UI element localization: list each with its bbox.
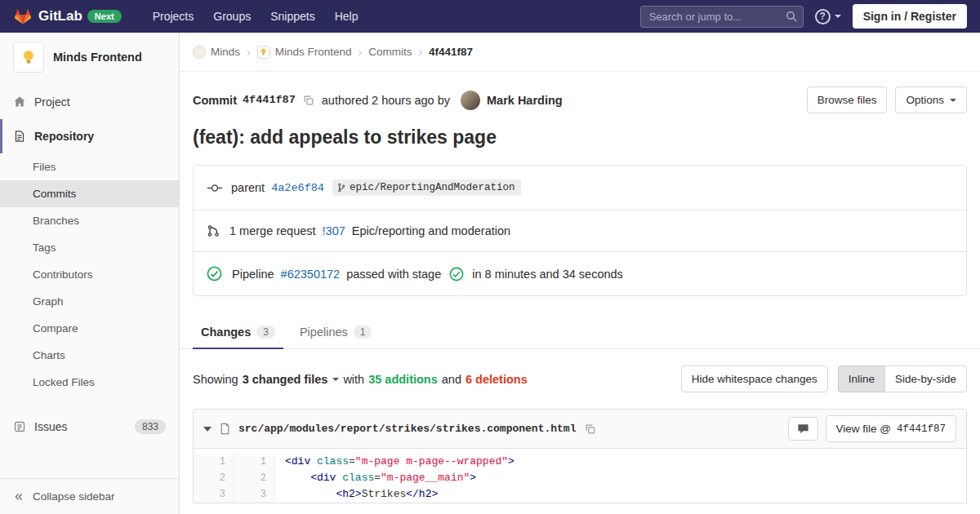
search-input[interactable] xyxy=(640,6,804,28)
project-context[interactable]: Minds Frontend xyxy=(0,33,179,85)
stage-status-icon[interactable] xyxy=(449,267,464,281)
new-line-number[interactable]: 2 xyxy=(234,470,275,486)
diff-file-header: src/app/modules/report/strikes/strikes.c… xyxy=(194,410,966,449)
search-icon[interactable] xyxy=(785,10,798,25)
toggle-comments-button[interactable] xyxy=(788,417,818,441)
copy-sha-button[interactable] xyxy=(301,93,316,108)
sidebar-item-repository[interactable]: Repository xyxy=(0,119,179,153)
branch-ref[interactable]: epic/ReportingAndModeration xyxy=(332,179,522,196)
breadcrumb-label: Minds Frontend xyxy=(275,46,352,58)
old-line-number[interactable]: 1 xyxy=(194,454,234,470)
additions-text: 35 additions xyxy=(368,373,438,386)
sidebar-item-graph[interactable]: Graph xyxy=(0,288,179,315)
sidebar-item-tags[interactable]: Tags xyxy=(0,234,179,261)
parent-sha-link[interactable]: 4a2e6f84 xyxy=(271,182,324,194)
code-token: > xyxy=(470,472,476,484)
code-token: <div xyxy=(310,472,342,484)
commit-label: Commit xyxy=(193,94,237,107)
breadcrumb-label: Minds xyxy=(211,46,240,58)
double-chevron-left-icon xyxy=(13,491,24,503)
sidebar-item-locked-files[interactable]: Locked Files xyxy=(0,369,179,396)
new-line-number[interactable]: 3 xyxy=(234,486,275,503)
pipeline-id-link[interactable]: #62350172 xyxy=(281,268,341,281)
pipeline-status-icon xyxy=(207,266,222,281)
sidebar-item-project[interactable]: Project xyxy=(0,85,179,119)
commit-title: (feat): add appeals to strikes page xyxy=(193,126,967,148)
commit-tabs: Changes 3 Pipelines 1 xyxy=(180,316,980,349)
collapse-diff-icon[interactable] xyxy=(203,427,212,432)
view-mode-toggle: Inline Side-by-side xyxy=(838,366,967,392)
brand-name: GitLab xyxy=(38,8,82,24)
code-token: "m-page m-page--wrapped" xyxy=(355,455,508,467)
code-token: Strikes xyxy=(362,488,407,500)
diff-file-path[interactable]: src/app/modules/report/strikes/strikes.c… xyxy=(238,423,576,435)
nav-item-help[interactable]: Help xyxy=(325,3,368,29)
code-token: </h2> xyxy=(406,488,438,500)
parent-label: parent xyxy=(231,181,265,194)
home-icon xyxy=(13,95,26,109)
project-avatar-small xyxy=(257,46,270,59)
main-content: Minds › Minds Frontend › Commits › 4f441… xyxy=(180,33,980,514)
sidebar-item-compare[interactable]: Compare xyxy=(0,315,179,342)
hide-whitespace-button[interactable]: Hide whitespace changes xyxy=(681,366,828,392)
code-line: 2 2 <div class="m-page__main"> xyxy=(194,470,966,486)
inline-view-button[interactable]: Inline xyxy=(838,366,885,392)
code-token: <div xyxy=(285,455,317,467)
code-content: <div class="m-page m-page--wrapped"> xyxy=(275,454,514,470)
new-line-number[interactable]: 1 xyxy=(234,454,275,470)
issues-icon xyxy=(13,420,26,433)
breadcrumb-minds[interactable]: Minds xyxy=(193,46,240,59)
sidebar-item-files[interactable]: Files xyxy=(0,153,179,180)
diff-file: src/app/modules/report/strikes/strikes.c… xyxy=(193,409,967,503)
breadcrumb-separator: › xyxy=(418,46,422,59)
tab-changes[interactable]: Changes 3 xyxy=(193,316,283,349)
view-file-button[interactable]: View file @ 4f441f87 xyxy=(826,415,957,442)
breadcrumb-separator: › xyxy=(358,46,362,59)
changed-files-dropdown[interactable]: 3 changed files xyxy=(243,373,340,386)
sidebar-item-label: Project xyxy=(34,95,70,109)
breadcrumb-commits[interactable]: Commits xyxy=(368,46,412,58)
view-file-sha: 4f441f87 xyxy=(897,423,946,435)
code-line: 3 3 <h2>Strikes</h2> xyxy=(194,486,966,503)
repository-icon xyxy=(13,130,26,143)
help-dropdown[interactable]: ? xyxy=(815,9,841,24)
pipeline-status-text: passed with stage xyxy=(346,268,441,281)
author-name[interactable]: Mark Harding xyxy=(487,94,563,107)
collapse-sidebar-button[interactable]: Collapse sidebar xyxy=(0,478,179,514)
project-sidebar: Minds Frontend Project Repository Files … xyxy=(0,33,180,514)
old-line-number[interactable]: 3 xyxy=(194,486,234,503)
view-file-label: View file @ xyxy=(836,423,891,435)
options-dropdown-button[interactable]: Options xyxy=(895,86,967,113)
sign-in-button[interactable]: Sign in / Register xyxy=(853,4,967,29)
question-icon: ? xyxy=(815,9,831,24)
mr-ref-link[interactable]: !307 xyxy=(323,224,345,237)
sidebar-item-issues[interactable]: Issues 833 xyxy=(0,409,179,445)
sidebar-item-commits[interactable]: Commits xyxy=(0,180,179,207)
code-token: class xyxy=(342,472,374,484)
browse-files-button[interactable]: Browse files xyxy=(807,86,888,113)
gitlab-logo[interactable]: GitLab xyxy=(13,7,82,26)
sidebar-item-charts[interactable]: Charts xyxy=(0,342,179,369)
sidebar-item-contributors[interactable]: Contributors xyxy=(0,261,179,288)
nav-item-snippets[interactable]: Snippets xyxy=(261,3,324,29)
nav-item-groups[interactable]: Groups xyxy=(203,3,261,29)
side-by-side-view-button[interactable]: Side-by-side xyxy=(884,366,967,392)
sidebar-item-branches[interactable]: Branches xyxy=(0,207,179,234)
options-label: Options xyxy=(906,94,944,106)
diff-summary-row: Showing 3 changed files with 35 addition… xyxy=(180,349,980,409)
diff-code: 1 1 <div class="m-page m-page--wrapped">… xyxy=(194,449,966,503)
nav-item-projects[interactable]: Projects xyxy=(143,3,204,29)
project-title: Minds Frontend xyxy=(53,51,142,64)
breadcrumb-minds-frontend[interactable]: Minds Frontend xyxy=(257,46,352,59)
top-navigation: GitLab Next Projects Groups Snippets Hel… xyxy=(0,0,980,33)
author-avatar[interactable] xyxy=(461,91,480,110)
old-line-number[interactable]: 2 xyxy=(194,470,234,486)
copy-path-button[interactable] xyxy=(583,422,598,436)
with-label: with xyxy=(343,373,364,386)
merge-request-row: 1 merge request !307 Epic/reporting and … xyxy=(194,210,966,252)
pipeline-row: Pipeline #62350172 passed with stage in … xyxy=(194,252,966,295)
tab-pipelines[interactable]: Pipelines 1 xyxy=(292,316,381,349)
file-icon xyxy=(219,423,231,435)
chevron-down-icon xyxy=(835,15,841,18)
commit-sha: 4f441f87 xyxy=(243,94,296,106)
